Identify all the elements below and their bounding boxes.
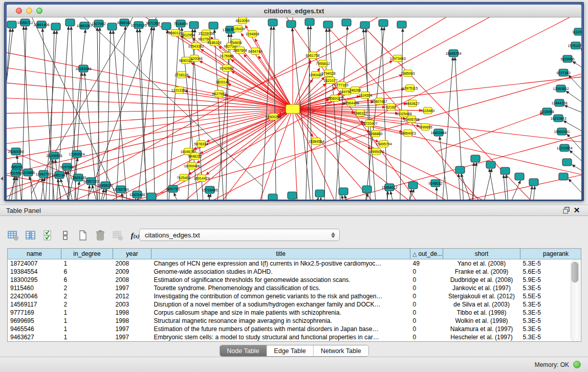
table-row[interactable]: 911546021997Tourette syndrome. Phenomeno… (8, 284, 581, 292)
table-vertical-scrollbar[interactable] (571, 260, 579, 342)
graph-node[interactable] (562, 159, 572, 166)
graph-node[interactable]: 20891406 (33, 21, 49, 28)
graph-node[interactable] (288, 192, 297, 199)
graph-node[interactable]: 6966162 (117, 19, 131, 26)
table-row[interactable]: 1456911722003Disruption of a novel membe… (8, 300, 581, 309)
close-panel-icon[interactable]: ✕ (572, 206, 582, 215)
table-row[interactable]: 969969511998Structural magnetic resonanc… (8, 317, 581, 325)
row-selection-button[interactable] (42, 229, 54, 242)
graph-node[interactable] (515, 173, 524, 180)
graph-node[interactable]: 12210654 (556, 144, 572, 151)
table-row[interactable]: 2242004622012Investigating the contribut… (8, 292, 581, 300)
graph-node[interactable]: 16958187 (97, 182, 113, 189)
graph-node[interactable]: 19384554 (308, 138, 324, 145)
graph-node[interactable]: 16648784 (445, 50, 461, 57)
graph-node[interactable] (315, 190, 324, 197)
graph-node[interactable]: 1115686 (21, 169, 35, 176)
graph-node[interactable] (268, 194, 277, 200)
tab-network-table[interactable]: Network Table (314, 345, 368, 356)
graph-node[interactable]: 6961758 (306, 52, 319, 59)
graph-node[interactable] (66, 19, 75, 26)
graph-node[interactable]: 746266 (349, 87, 361, 94)
graph-node[interactable]: 9329966 (560, 55, 574, 62)
graph-node[interactable] (559, 173, 568, 180)
column-header-in_degree[interactable]: in_degree (61, 249, 113, 259)
window-titlebar[interactable]: citations_edges.txt (7, 5, 581, 17)
graph-node[interactable] (51, 23, 60, 30)
table-options-button[interactable] (7, 229, 19, 242)
graph-node[interactable]: 15751074 (568, 42, 581, 49)
compact-view-button[interactable] (59, 229, 72, 242)
graph-node[interactable]: 7515409 (173, 20, 187, 27)
close-window-button[interactable] (16, 8, 22, 14)
graph-node[interactable] (107, 23, 117, 30)
graph-node[interactable] (209, 22, 218, 29)
graph-node[interactable]: 9463627 (405, 100, 419, 107)
graph-node[interactable]: 391590 (10, 169, 21, 177)
tab-edge-table[interactable]: Edge Table (267, 345, 313, 356)
graph-node[interactable] (360, 21, 369, 29)
graph-node[interactable] (162, 23, 171, 30)
column-header-year[interactable]: year (113, 249, 151, 259)
graph-node[interactable]: 16099488 (184, 163, 200, 169)
graph-node[interactable]: 1112354 (572, 28, 581, 35)
graph-node[interactable]: 9245012 (428, 180, 442, 187)
graph-node[interactable]: 9671358 (146, 19, 160, 27)
table-row[interactable]: 946362711997Embryonic stem cells: a mode… (8, 333, 581, 341)
table-row[interactable]: 977716911998Corpus callosum shape and si… (8, 309, 581, 317)
memory-ok-indicator[interactable] (573, 361, 581, 368)
graph-node[interactable]: 7955812 (316, 60, 330, 67)
column-header-title[interactable]: title (151, 249, 410, 259)
graph-node[interactable]: 10719195 (130, 21, 146, 29)
table-select-dropdown[interactable]: citations_edges.txt (139, 229, 340, 241)
graph-node[interactable] (268, 19, 277, 26)
graph-node[interactable]: 12975115 (402, 85, 418, 92)
table-header-row[interactable]: namein_degreeyeartitle△out_de...shortpag… (8, 249, 581, 259)
graph-node[interactable]: 4813054 (235, 17, 249, 24)
graph-node[interactable] (362, 186, 372, 193)
network-view-window[interactable]: citations_edges.txt 19055712208914061065… (4, 2, 584, 201)
graph-node[interactable]: 1624554 (358, 92, 372, 99)
graph-node[interactable]: 1527002 (92, 20, 105, 27)
graph-node[interactable]: 15720407 (361, 120, 377, 127)
delete-table-button[interactable] (112, 229, 124, 242)
graph-node[interactable]: 7625402 (177, 174, 190, 181)
graph-node[interactable]: 11923448 (129, 191, 145, 198)
graph-node[interactable] (323, 21, 333, 28)
graph-node[interactable]: 12942757 (35, 170, 51, 178)
graph-node[interactable]: 754606 (230, 39, 242, 46)
create-column-button[interactable] (77, 229, 89, 242)
graph-node[interactable] (339, 188, 348, 195)
table-body[interactable]: 1872400712008Changes of HCN gene express… (8, 259, 581, 342)
graph-node[interactable]: 10543382 (188, 43, 204, 50)
table-row[interactable]: 1830029562008Estimation of significance … (8, 276, 581, 284)
graph-node[interactable] (342, 19, 351, 26)
graph-node[interactable] (529, 179, 538, 186)
graph-node[interactable]: 20153346 (75, 65, 91, 72)
tab-node-table[interactable]: Node Table (220, 345, 267, 356)
float-panel-icon[interactable] (561, 206, 572, 215)
graph-node[interactable] (189, 21, 199, 29)
column-header-pagerank[interactable]: pagerank (520, 249, 582, 259)
graph-node[interactable]: 9457791 (166, 185, 180, 192)
table-row[interactable]: 946554611997Estimation of the future num… (8, 325, 581, 333)
graph-node[interactable] (471, 155, 480, 162)
graph-node[interactable]: 62160 (386, 104, 396, 111)
graph-node[interactable]: 7485063 (401, 70, 415, 77)
graph-node[interactable] (397, 21, 406, 28)
graph-node[interactable]: 9115460 (421, 107, 435, 114)
graph-node[interactable] (7, 21, 16, 28)
graph-node[interactable]: 19055712 (17, 19, 33, 26)
graph-node[interactable]: 16210643 (550, 115, 566, 122)
show-columns-button[interactable] (25, 229, 37, 242)
graph-node[interactable]: 9197588 (60, 163, 74, 170)
column-header-out_de[interactable]: △out_de... (410, 249, 443, 259)
graph-node[interactable]: 5878334 (194, 141, 208, 147)
graph-node[interactable] (305, 18, 314, 26)
graph-node[interactable]: 9227343 (556, 69, 570, 76)
column-header-name[interactable]: name (8, 249, 61, 259)
collapsed-panel-arrow-icon[interactable] (1, 177, 3, 181)
table-row[interactable]: 1872400712008Changes of HCN gene express… (8, 259, 581, 268)
graph-node[interactable]: 1154808 (246, 31, 259, 37)
minimize-window-button[interactable] (26, 8, 32, 14)
